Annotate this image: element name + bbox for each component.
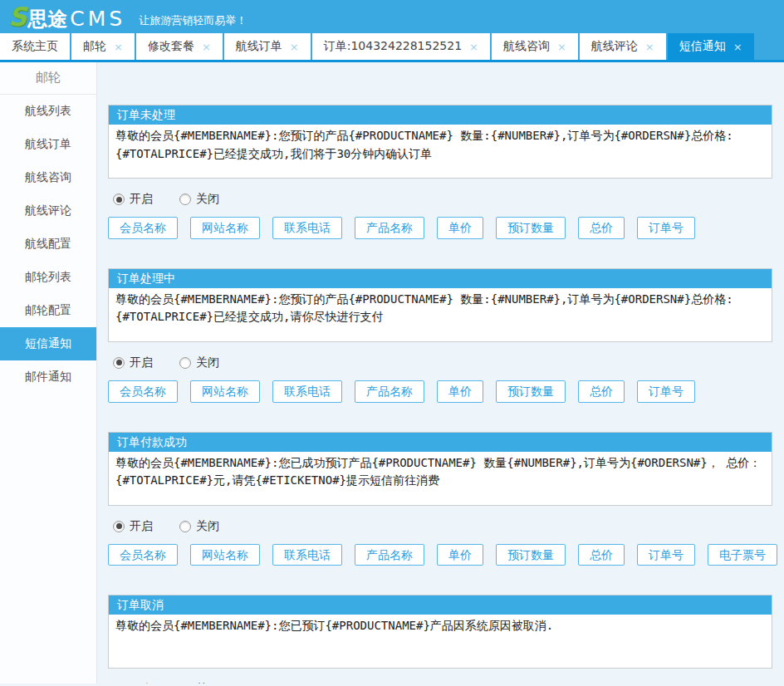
placeholder-tag-button[interactable]: 总价 xyxy=(578,217,625,239)
sidebar-title: 邮轮 xyxy=(0,62,96,95)
close-icon[interactable]: × xyxy=(645,42,654,52)
sms-template-section: 订单处理中 开启 关闭 会员名称网站名称联系电话产品名称单价预订数量总价订单号 xyxy=(108,268,772,403)
close-icon[interactable]: × xyxy=(469,42,478,52)
tab-label: 航线评论 xyxy=(591,39,638,54)
placeholder-tag-button[interactable]: 联系电话 xyxy=(272,544,342,566)
radio-on-icon[interactable] xyxy=(113,357,125,369)
tab[interactable]: 系统主页 xyxy=(0,33,70,60)
placeholder-tag-button[interactable]: 联系电话 xyxy=(272,217,342,239)
placeholder-tag-button[interactable]: 订单号 xyxy=(637,544,695,566)
placeholder-tag-button[interactable]: 联系电话 xyxy=(272,380,342,403)
placeholder-tag-button[interactable]: 会员名称 xyxy=(108,217,178,239)
tab-label: 订单:104324228152521 xyxy=(324,39,462,54)
radio-off-label: 关闭 xyxy=(196,519,219,534)
sidebar-item[interactable]: 邮轮配置 xyxy=(0,294,96,327)
placeholder-tag-button[interactable]: 会员名称 xyxy=(108,544,178,566)
radio-off-group[interactable]: 关闭 xyxy=(179,355,219,370)
tab[interactable]: 航线订单 × xyxy=(224,33,311,60)
placeholder-tag-button[interactable]: 总价 xyxy=(578,544,625,566)
radio-off-group[interactable]: 关闭 xyxy=(179,519,219,534)
placeholder-tag-button[interactable]: 网站名称 xyxy=(190,380,260,403)
placeholder-tag-button[interactable]: 网站名称 xyxy=(190,217,260,239)
tab-label: 修改套餐 xyxy=(148,39,194,54)
template-box: 订单未处理 xyxy=(108,105,772,179)
radio-off-label: 关闭 xyxy=(196,192,219,207)
tab[interactable]: 修改套餐 × xyxy=(136,33,223,60)
placeholder-tag-button[interactable]: 会员名称 xyxy=(108,380,178,403)
brand-name: 思途 xyxy=(27,9,67,29)
radio-on-group[interactable]: 开启 xyxy=(113,682,153,684)
radio-on-label: 开启 xyxy=(130,519,153,534)
template-box: 订单处理中 xyxy=(108,268,772,342)
close-icon[interactable]: × xyxy=(733,42,742,52)
template-textarea[interactable] xyxy=(109,125,772,178)
placeholder-tag-button[interactable]: 产品名称 xyxy=(355,217,424,239)
radio-off-icon[interactable] xyxy=(179,521,191,532)
placeholder-tag-button[interactable]: 单价 xyxy=(437,544,483,566)
sidebar-items: 航线列表航线订单航线咨询航线评论航线配置邮轮列表邮轮配置短信通知邮件通知 xyxy=(0,95,96,394)
placeholder-tag-button[interactable]: 预订数量 xyxy=(496,544,566,566)
sms-template-section: 订单未处理 开启 关闭 会员名称网站名称联系电话产品名称单价预订数量总价订单号 xyxy=(108,105,772,239)
sidebar-item[interactable]: 航线评论 xyxy=(0,194,96,228)
placeholder-tag-button[interactable]: 订单号 xyxy=(637,217,695,239)
tab-label: 航线订单 xyxy=(236,39,282,54)
sms-template-section: 订单付款成功 开启 关闭 会员名称网站名称联系电话产品名称单价预订数量总价订单号… xyxy=(108,432,772,566)
template-textarea[interactable] xyxy=(109,615,772,668)
radio-on-label: 开启 xyxy=(130,682,153,684)
brand-suffix: CMS xyxy=(70,8,125,29)
radio-off-label: 关闭 xyxy=(196,355,219,370)
tab[interactable]: 邮轮 × xyxy=(71,33,135,60)
close-icon[interactable]: × xyxy=(202,42,211,52)
radio-on-group[interactable]: 开启 xyxy=(113,519,153,534)
close-icon[interactable]: × xyxy=(114,42,123,52)
template-box: 订单付款成功 xyxy=(108,432,772,506)
sidebar-item[interactable]: 邮轮列表 xyxy=(0,261,96,294)
placeholder-tag-button[interactable]: 产品名称 xyxy=(355,380,424,403)
tab-label: 邮轮 xyxy=(83,39,106,54)
close-icon[interactable]: × xyxy=(290,42,299,52)
radio-on-icon[interactable] xyxy=(113,194,125,205)
placeholder-tag-button[interactable]: 订单号 xyxy=(637,380,695,403)
brand-tagline: 让旅游营销轻而易举！ xyxy=(139,5,247,28)
radio-off-group[interactable]: 关闭 xyxy=(179,192,219,207)
sidebar-item[interactable]: 航线配置 xyxy=(0,228,96,261)
tab-label: 短信通知 xyxy=(679,39,726,54)
template-textarea[interactable] xyxy=(109,452,772,505)
enable-radio-row: 开启 关闭 xyxy=(113,682,772,684)
placeholder-tag-button[interactable]: 总价 xyxy=(578,380,625,403)
radio-off-group[interactable]: 关闭 xyxy=(179,682,219,684)
enable-radio-row: 开启 关闭 xyxy=(113,355,772,370)
tab[interactable]: 航线咨询 × xyxy=(492,33,578,60)
placeholder-tag-button[interactable]: 单价 xyxy=(437,380,483,403)
app-header: S 思途 CMS 让旅游营销轻而易举！ xyxy=(0,0,784,33)
template-box: 订单取消 xyxy=(108,595,772,669)
placeholder-tag-button[interactable]: 预订数量 xyxy=(496,217,566,239)
radio-on-label: 开启 xyxy=(130,192,153,207)
app-logo[interactable]: S 思途 CMS xyxy=(8,4,125,30)
enable-radio-row: 开启 关闭 xyxy=(113,192,772,207)
radio-off-icon[interactable] xyxy=(179,194,191,205)
section-title: 订单付款成功 xyxy=(109,433,772,452)
template-textarea[interactable] xyxy=(109,288,772,341)
brand-s-icon: S xyxy=(8,4,27,30)
placeholder-tag-button[interactable]: 电子票号 xyxy=(708,544,777,566)
placeholder-tag-button[interactable]: 预订数量 xyxy=(496,380,566,403)
tab[interactable]: 航线评论 × xyxy=(580,33,666,60)
tab[interactable]: 短信通知 × xyxy=(668,33,754,60)
radio-on-group[interactable]: 开启 xyxy=(113,355,153,370)
close-icon[interactable]: × xyxy=(557,42,566,52)
placeholder-tag-button[interactable]: 单价 xyxy=(437,217,483,239)
radio-on-label: 开启 xyxy=(130,355,153,370)
tab[interactable]: 订单:104324228152521 × xyxy=(312,33,490,60)
sidebar-item[interactable]: 航线订单 xyxy=(0,128,96,161)
radio-off-label: 关闭 xyxy=(196,682,219,684)
radio-on-group[interactable]: 开启 xyxy=(113,192,153,207)
radio-on-icon[interactable] xyxy=(113,521,125,532)
placeholder-tag-button[interactable]: 产品名称 xyxy=(355,544,424,566)
radio-off-icon[interactable] xyxy=(179,357,191,369)
sidebar-item[interactable]: 短信通知 xyxy=(0,327,96,360)
sidebar-item[interactable]: 航线咨询 xyxy=(0,161,96,194)
placeholder-tag-button[interactable]: 网站名称 xyxy=(190,544,260,566)
sidebar-item[interactable]: 航线列表 xyxy=(0,95,96,128)
sidebar-item[interactable]: 邮件通知 xyxy=(0,360,96,394)
